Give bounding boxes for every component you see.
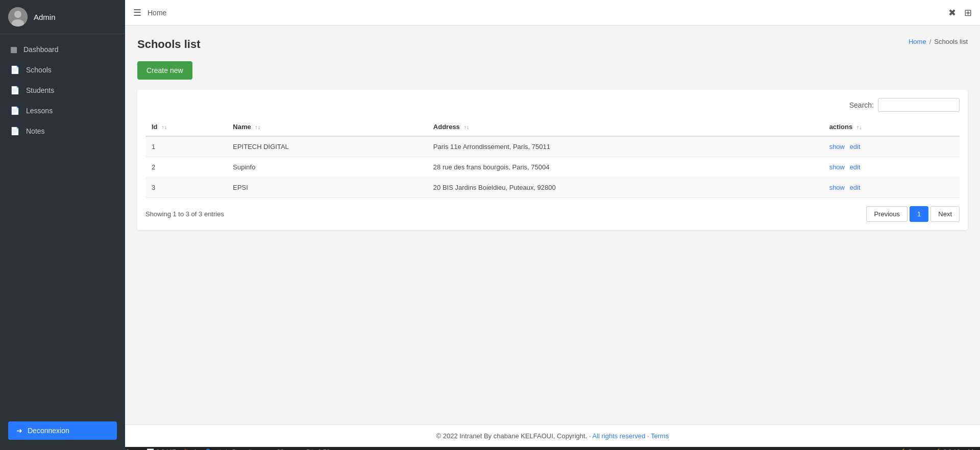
queries-icon: ≡ <box>301 448 304 451</box>
col-address[interactable]: Address ↑↓ <box>427 118 823 136</box>
page-title: Schools list <box>137 38 200 51</box>
footer-terms-link[interactable]: Terms <box>651 432 669 440</box>
search-label: Search: <box>849 101 874 109</box>
cell-address: 20 BIS Jardins Boieldieu, Puteaux, 92800 <box>427 178 823 198</box>
footer-all-rights-link[interactable]: All rights reserved <box>592 432 645 440</box>
breadcrumb-current: Schools list <box>934 38 968 45</box>
avatar <box>8 7 28 27</box>
statusbar-server: ⚡ Server <box>898 448 926 451</box>
cell-name: Supinfo <box>227 157 427 178</box>
students-icon: 📄 <box>10 86 20 95</box>
sidebar-item-dashboard[interactable]: ▦ Dashboard <box>0 39 125 60</box>
cell-actions: show edit <box>823 157 960 178</box>
show-link[interactable]: show <box>829 184 845 191</box>
sidebar-item-notes[interactable]: 📄 Notes <box>0 121 125 141</box>
breadcrumb-separator: / <box>929 38 932 45</box>
lessons-icon: 📄 <box>10 106 20 115</box>
time2-label: 20 ms <box>277 448 294 451</box>
show-link[interactable]: show <box>829 163 845 171</box>
footer-copyright: © 2022 Intranet By chabane KELFAOUI, Cop… <box>436 432 593 440</box>
search-input[interactable] <box>878 98 960 112</box>
sidebar-item-label-schools: Schools <box>26 66 52 74</box>
col-address-label: Address <box>433 123 460 131</box>
version-label: 6.0.16 <box>943 448 960 451</box>
table-body: 1 EPITECH DIGITAL Paris 11e Arrondisseme… <box>145 136 960 198</box>
deconnexion-label: Deconnexion <box>28 427 69 435</box>
server-label: Server <box>908 448 926 451</box>
table-row: 3 EPSI 20 BIS Jardins Boieldieu, Puteaux… <box>145 178 960 198</box>
sidebar-item-schools[interactable]: 📄 Schools <box>0 60 125 80</box>
col-id[interactable]: Id ↑↓ <box>145 118 227 136</box>
pagination-controls: Previous 1 Next <box>866 206 960 222</box>
cell-address: 28 rue des frans bourgois, Paris, 75004 <box>427 157 823 178</box>
sidebar-item-lessons[interactable]: 📄 Lessons <box>0 101 125 121</box>
table-row: 1 EPITECH DIGITAL Paris 11e Arrondisseme… <box>145 136 960 157</box>
cell-name: EPITECH DIGITAL <box>227 136 427 157</box>
memory-label: 2.0 MiB <box>156 448 177 451</box>
user-label: admin@gmail.com <box>214 448 265 451</box>
cell-address: Paris 11e Arrondissement, Paris, 75011 <box>427 136 823 157</box>
server-icon: ⚡ <box>898 448 906 451</box>
menu-icon[interactable]: ☰ <box>133 7 141 18</box>
sidebar-item-students[interactable]: 📄 Students <box>0 80 125 101</box>
breadcrumb: Home / Schools list <box>909 38 968 45</box>
col-name[interactable]: Name ↑↓ <box>227 118 427 136</box>
svg-point-1 <box>14 11 21 18</box>
sort-address-icon[interactable]: ↑↓ <box>463 124 469 130</box>
statusbar-memory: 📊 2.0 MiB <box>146 448 177 451</box>
deconnexion-button[interactable]: ➜ Deconnexion <box>8 421 117 440</box>
sort-name-icon[interactable]: ↑↓ <box>255 124 260 130</box>
breadcrumb-home-link[interactable]: Home <box>909 38 926 45</box>
cell-id: 2 <box>145 157 227 178</box>
statusbar-left: 200 ↗ @ app_admin_school_ind... 253 ms 📊… <box>6 448 890 451</box>
count-icon: 🔖 <box>184 448 191 451</box>
page-header: Schools list Home / Schools list <box>137 38 968 51</box>
queries-label: 5 in 8.79 ms <box>306 448 339 451</box>
statusbar: 200 ↗ @ app_admin_school_ind... 253 ms 📊… <box>0 447 980 450</box>
col-name-label: Name <box>233 123 251 131</box>
deconnexion-icon: ➜ <box>16 427 22 435</box>
expand-icon[interactable]: ✖ <box>948 7 956 18</box>
cell-id: 1 <box>145 136 227 157</box>
edit-link[interactable]: edit <box>850 184 861 191</box>
table-header-row: Id ↑↓ Name ↑↓ Address ↑↓ actions ↑↓ <box>145 118 960 136</box>
table-card: Search: Id ↑↓ Name ↑↓ Address ↑↓ <box>137 90 968 230</box>
footer: © 2022 Intranet By chabane KELFAOUI, Cop… <box>125 424 980 447</box>
show-link[interactable]: show <box>829 143 845 151</box>
edit-link[interactable]: edit <box>850 163 861 171</box>
previous-button[interactable]: Previous <box>866 206 908 222</box>
statusbar-right: ⚡ Server ⚡ 6.0.16 ✕ <box>898 447 974 450</box>
statusbar-close-button[interactable]: ✕ <box>967 447 974 450</box>
schools-icon: 📄 <box>10 65 20 74</box>
pagination-bar: Showing 1 to 3 of 3 entries Previous 1 N… <box>145 206 960 222</box>
table-row: 2 Supinfo 28 rue des frans bourgois, Par… <box>145 157 960 178</box>
topbar-right: ✖ ⊞ <box>948 7 972 18</box>
sidebar-item-label-dashboard: Dashboard <box>23 45 59 54</box>
sidebar-header: Admin <box>0 0 125 34</box>
create-new-button[interactable]: Create new <box>137 61 192 80</box>
cell-name: EPSI <box>227 178 427 198</box>
grid-icon[interactable]: ⊞ <box>964 7 972 18</box>
topbar: ☰ Home ✖ ⊞ <box>125 0 980 26</box>
page-1-button[interactable]: 1 <box>910 206 928 222</box>
statusbar-queries: ≡ 5 in 8.79 ms <box>301 448 339 451</box>
user-icon: 👤 <box>204 448 212 451</box>
cell-id: 3 <box>145 178 227 198</box>
next-button[interactable]: Next <box>930 206 960 222</box>
cell-actions: show edit <box>823 178 960 198</box>
topbar-left: ☰ Home <box>133 7 166 18</box>
main-content: Schools list Home / Schools list Create … <box>125 26 980 424</box>
count-label: 1 <box>193 448 197 451</box>
notes-icon: 📄 <box>10 127 20 136</box>
sort-id-icon[interactable]: ↑↓ <box>161 124 167 130</box>
sidebar: Admin ▦ Dashboard 📄 Schools 📄 Students 📄… <box>0 0 125 450</box>
sidebar-nav: ▦ Dashboard 📄 Schools 📄 Students 📄 Lesso… <box>0 34 125 416</box>
schools-table: Id ↑↓ Name ↑↓ Address ↑↓ actions ↑↓ <box>145 118 960 198</box>
edit-link[interactable]: edit <box>850 143 861 151</box>
memory-icon: 📊 <box>146 448 154 451</box>
sidebar-item-label-lessons: Lessons <box>26 107 53 115</box>
cell-actions: show edit <box>823 136 960 157</box>
topbar-home-link[interactable]: Home <box>148 9 166 17</box>
sidebar-item-label-notes: Notes <box>26 127 45 135</box>
sort-actions-icon[interactable]: ↑↓ <box>856 124 862 130</box>
